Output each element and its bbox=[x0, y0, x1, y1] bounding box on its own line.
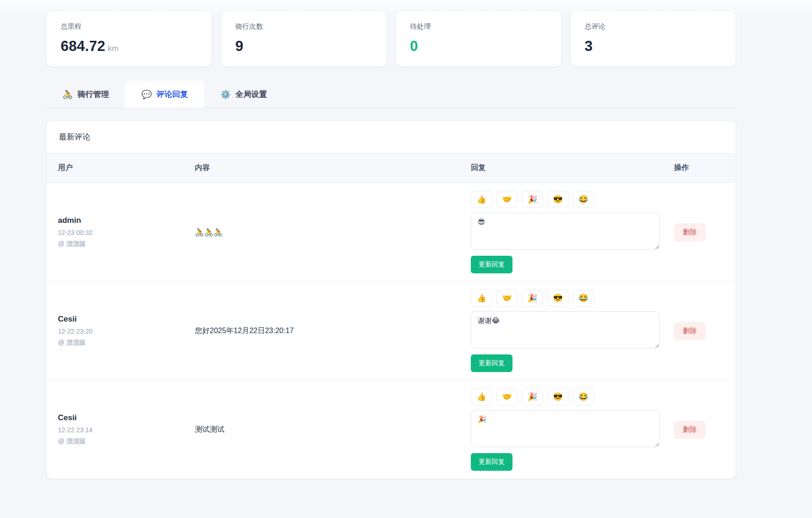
stat-value: 684.72km bbox=[61, 38, 198, 55]
sunglasses-face-emoji-button[interactable]: 😎 bbox=[547, 388, 568, 405]
thumbs-up-emoji-button[interactable]: 👍 bbox=[471, 191, 492, 208]
comment-target: @ 溜溜腿 bbox=[58, 437, 184, 446]
joy-face-emoji-button[interactable]: 😂 bbox=[573, 388, 594, 405]
stat-value: 0 bbox=[410, 38, 547, 55]
table-row: Cesii 12-22 23:14 @ 溜溜腿 测试测试 👍🤝🎉😎😂 🎉 更新回… bbox=[47, 380, 736, 479]
stat-value: 3 bbox=[585, 38, 722, 55]
stat-unit: km bbox=[108, 44, 119, 53]
comment-time: 12-22 23:20 bbox=[58, 328, 184, 335]
reply-textarea[interactable]: 谢谢😂 bbox=[471, 311, 660, 348]
joy-face-emoji-button[interactable]: 😂 bbox=[573, 290, 594, 307]
handshake-emoji-button[interactable]: 🤝 bbox=[496, 388, 518, 405]
update-reply-button[interactable]: 更新回复 bbox=[471, 453, 512, 471]
reply-cell: 👍🤝🎉😎😂 😎 更新回复 bbox=[460, 183, 663, 281]
reply-textarea[interactable]: 🎉 bbox=[471, 410, 660, 447]
stat-label: 骑行次数 bbox=[235, 22, 372, 31]
sunglasses-face-emoji-button[interactable]: 😎 bbox=[547, 290, 568, 307]
comment-time: 12-23 00:32 bbox=[58, 229, 184, 236]
thumbs-up-emoji-button[interactable]: 👍 bbox=[471, 388, 492, 405]
comment-username: Cesii bbox=[58, 413, 184, 423]
column-header-reply: 回复 bbox=[460, 153, 663, 183]
tab-global-settings[interactable]: ⚙️ 全局设置 bbox=[204, 81, 283, 108]
handshake-emoji-button[interactable]: 🤝 bbox=[496, 290, 518, 307]
latest-comments-panel: 最新评论 用户 内容 回复 操作 admin 12-23 00:32 @ 溜溜腿… bbox=[46, 120, 736, 479]
reply-cell: 👍🤝🎉😎😂 🎉 更新回复 bbox=[460, 380, 663, 479]
column-header-content: 内容 bbox=[184, 153, 460, 183]
comment-content: 测试测试 bbox=[195, 425, 225, 433]
stat-card-ride-count: 骑行次数 9 bbox=[221, 10, 387, 67]
user-cell: Cesii 12-22 23:14 @ 溜溜腿 bbox=[47, 413, 184, 446]
party-popper-emoji-button[interactable]: 🎉 bbox=[522, 290, 543, 307]
stats-row: 总里程 684.72km 骑行次数 9 待处理 0 总评论 3 bbox=[46, 10, 736, 67]
tab-ride-management[interactable]: 🚴 骑行管理 bbox=[46, 81, 125, 108]
speech-balloon-icon: 💬 bbox=[141, 89, 151, 100]
content-cell: 测试测试 bbox=[184, 425, 460, 435]
delete-button[interactable]: 删除 bbox=[674, 322, 706, 340]
page-container: 总里程 684.72km 骑行次数 9 待处理 0 总评论 3 🚴 骑行管理 💬… bbox=[46, 10, 736, 479]
emoji-quick-row: 👍🤝🎉😎😂 bbox=[471, 290, 594, 307]
reply-cell: 👍🤝🎉😎😂 谢谢😂 更新回复 bbox=[460, 282, 663, 380]
user-cell: Cesii 12-22 23:20 @ 溜溜腿 bbox=[47, 315, 184, 347]
action-cell: 删除 bbox=[663, 322, 736, 340]
table-row: Cesii 12-22 23:20 @ 溜溜腿 您好2025年12月22日23:… bbox=[47, 282, 736, 380]
thumbs-up-emoji-button[interactable]: 👍 bbox=[471, 290, 492, 307]
bicycle-icon: 🚴 bbox=[62, 89, 73, 100]
tab-bar: 🚴 骑行管理 💬 评论回复 ⚙️ 全局设置 bbox=[46, 81, 736, 108]
column-header-actions: 操作 bbox=[663, 153, 736, 183]
table-row: admin 12-23 00:32 @ 溜溜腿 🚴🚴🚴 👍🤝🎉😎😂 😎 更新回复… bbox=[47, 183, 736, 282]
tab-label: 骑行管理 bbox=[77, 89, 109, 100]
stat-label: 待处理 bbox=[410, 22, 547, 31]
column-header-user: 用户 bbox=[47, 153, 184, 183]
panel-title: 最新评论 bbox=[47, 121, 736, 153]
party-popper-emoji-button[interactable]: 🎉 bbox=[522, 388, 543, 405]
update-reply-button[interactable]: 更新回复 bbox=[471, 354, 512, 372]
handshake-emoji-button[interactable]: 🤝 bbox=[496, 191, 518, 208]
party-popper-emoji-button[interactable]: 🎉 bbox=[522, 191, 543, 208]
stat-value: 9 bbox=[235, 38, 372, 55]
comment-target: @ 溜溜腿 bbox=[58, 240, 184, 248]
reply-textarea[interactable]: 😎 bbox=[471, 213, 660, 250]
tab-label: 评论回复 bbox=[156, 89, 188, 100]
emoji-quick-row: 👍🤝🎉😎😂 bbox=[471, 388, 594, 405]
gear-icon: ⚙️ bbox=[220, 89, 231, 100]
comment-time: 12-22 23:14 bbox=[58, 426, 184, 434]
comment-content: 🚴🚴🚴 bbox=[195, 228, 223, 236]
stat-card-pending: 待处理 0 bbox=[396, 10, 562, 67]
comments-table-body: admin 12-23 00:32 @ 溜溜腿 🚴🚴🚴 👍🤝🎉😎😂 😎 更新回复… bbox=[47, 183, 736, 479]
stat-card-total-distance: 总里程 684.72km bbox=[46, 10, 212, 67]
content-cell: 🚴🚴🚴 bbox=[184, 228, 460, 237]
stat-card-total-comments: 总评论 3 bbox=[570, 10, 736, 67]
stat-number: 684.72 bbox=[61, 38, 106, 54]
stat-label: 总里程 bbox=[61, 22, 198, 31]
comment-username: Cesii bbox=[58, 315, 184, 324]
table-header-row: 用户 内容 回复 操作 bbox=[47, 153, 736, 183]
joy-face-emoji-button[interactable]: 😂 bbox=[573, 191, 594, 208]
user-cell: admin 12-23 00:32 @ 溜溜腿 bbox=[47, 216, 184, 248]
update-reply-button[interactable]: 更新回复 bbox=[471, 256, 512, 273]
delete-button[interactable]: 删除 bbox=[674, 421, 706, 439]
comment-content: 您好2025年12月22日23:20:17 bbox=[195, 327, 294, 335]
stat-number: 3 bbox=[585, 38, 593, 54]
action-cell: 删除 bbox=[663, 223, 736, 241]
content-cell: 您好2025年12月22日23:20:17 bbox=[184, 326, 460, 336]
delete-button[interactable]: 删除 bbox=[674, 223, 706, 241]
stat-number: 0 bbox=[410, 38, 418, 54]
tab-comment-replies[interactable]: 💬 评论回复 bbox=[125, 81, 204, 108]
comment-username: admin bbox=[58, 216, 184, 225]
comment-target: @ 溜溜腿 bbox=[58, 339, 184, 347]
tab-label: 全局设置 bbox=[235, 89, 267, 100]
emoji-quick-row: 👍🤝🎉😎😂 bbox=[471, 191, 594, 208]
sunglasses-face-emoji-button[interactable]: 😎 bbox=[547, 191, 568, 208]
action-cell: 删除 bbox=[663, 421, 736, 439]
stat-label: 总评论 bbox=[585, 22, 722, 31]
stat-number: 9 bbox=[235, 38, 244, 54]
